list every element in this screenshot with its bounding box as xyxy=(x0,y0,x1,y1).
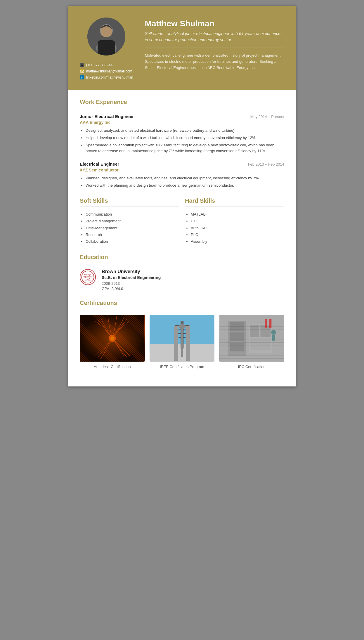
svg-text:📱: 📱 xyxy=(80,63,84,67)
job-title-1: Junior Electrical Engineer xyxy=(80,114,134,119)
cert-label-3: IPC Certification xyxy=(238,365,266,369)
cert-image-3 xyxy=(219,315,284,362)
svg-text:EST 1764: EST 1764 xyxy=(84,279,91,281)
job-bullet-2-2: Worked with the planning and design team… xyxy=(86,183,284,189)
job-dates-2: Feb 2013 – Feb 2014 xyxy=(248,162,284,166)
soft-skills-list: Communication Project Management Time-Ma… xyxy=(80,211,179,245)
candidate-bio: Motivated electrical engineer with a dem… xyxy=(145,53,284,71)
phone-icon: 📱 xyxy=(80,63,84,67)
svg-rect-35 xyxy=(230,332,245,341)
job-bullet-1-1: Designed, analyzed, and tested electrica… xyxy=(86,128,284,134)
soft-skill-5: Collaboration xyxy=(86,238,179,245)
hard-skill-4: PLC xyxy=(191,231,284,238)
cert-item-1: Autodesk Certification xyxy=(80,315,145,369)
certifications-divider xyxy=(80,309,284,309)
job-bullet-2-1: Planned, designed, and evaluated tools, … xyxy=(86,175,284,181)
work-experience-title: Work Experience xyxy=(80,99,284,105)
job-entry-1: Junior Electrical Engineer May 2014 – Pr… xyxy=(80,114,284,154)
svg-rect-44 xyxy=(272,335,275,341)
education-gpa: GPA: 3.9/4.0 xyxy=(102,287,161,291)
candidate-name: Matthew Shulman xyxy=(145,19,284,28)
soft-skills-divider xyxy=(80,207,179,207)
university-name: Brown University xyxy=(102,269,161,274)
university-logo: BROWN UNIVERSITY EST 1764 xyxy=(80,269,96,285)
hard-skill-3: AutoCAD xyxy=(191,225,284,231)
hard-skills-list: MATLAB C++ AutoCAD PLC Assembly xyxy=(185,211,284,245)
hard-skills-divider xyxy=(185,207,284,207)
svg-rect-36 xyxy=(230,343,245,351)
cert-label-1: Autodesk Certification xyxy=(94,365,131,369)
hard-skill-1: MATLAB xyxy=(191,211,284,218)
soft-skill-1: Communication xyxy=(86,211,179,218)
svg-rect-41 xyxy=(265,319,267,328)
svg-rect-38 xyxy=(250,325,259,337)
job-entry-2: Electrical Engineer Feb 2013 – Feb 2014 … xyxy=(80,162,284,189)
hard-skill-2: C++ xyxy=(191,218,284,224)
svg-rect-25 xyxy=(175,325,189,326)
avatar xyxy=(87,18,125,55)
svg-rect-33 xyxy=(228,321,246,356)
contact-info: 📱 (+00)-77-888-999 matthewshulman@gmail.… xyxy=(80,63,133,81)
svg-rect-23 xyxy=(150,344,214,362)
svg-rect-18 xyxy=(80,315,144,362)
svg-rect-9 xyxy=(80,69,84,73)
certifications-section: Certifications xyxy=(80,300,284,369)
soft-skill-2: Project Management xyxy=(86,218,179,224)
soft-skill-4: Research xyxy=(86,231,179,238)
resume-main: Work Experience Junior Electrical Engine… xyxy=(68,90,296,386)
phone-text: (+00)-77-888-999 xyxy=(86,63,114,67)
education-years: 2009-2013 xyxy=(102,281,161,286)
svg-rect-39 xyxy=(261,325,271,337)
svg-text:UNIVERSITY: UNIVERSITY xyxy=(83,276,92,278)
soft-skills-title: Soft Skills xyxy=(80,197,179,204)
education-details: Brown University Sc.B. in Electrical Eng… xyxy=(102,269,161,291)
job-company-2: XYZ Semiconductor xyxy=(80,168,284,172)
header-divider xyxy=(145,48,284,48)
job-bullets-1: Designed, analyzed, and tested electrica… xyxy=(80,128,284,154)
svg-point-19 xyxy=(109,335,116,342)
certifications-grid: Autodesk Certification xyxy=(80,315,284,369)
svg-rect-28 xyxy=(178,337,186,338)
email-contact: matthewshulman@gmail.com xyxy=(80,69,133,74)
svg-text:in: in xyxy=(81,76,83,79)
svg-rect-22 xyxy=(150,315,214,344)
job-title-2: Electrical Engineer xyxy=(80,162,119,166)
cert-item-3: IPC Certification xyxy=(219,315,284,369)
linkedin-text: linkedin.com/matthewshulman xyxy=(86,75,133,79)
svg-point-5 xyxy=(101,30,112,37)
svg-point-30 xyxy=(174,329,178,332)
job-company-1: AAA Energy Inc. xyxy=(80,120,284,125)
header-right-column: Matthew Shulman Self-starter, analytical… xyxy=(145,18,284,71)
hard-skills-title: Hard Skills xyxy=(185,197,284,204)
skills-section: Soft Skills Communication Project Manage… xyxy=(80,197,284,245)
svg-point-31 xyxy=(186,329,190,332)
resume-container: 📱 (+00)-77-888-999 matthewshulman@gmail.… xyxy=(68,6,296,386)
linkedin-contact: in linkedin.com/matthewshulman xyxy=(80,75,133,80)
svg-rect-6 xyxy=(98,40,115,55)
cert-image-2 xyxy=(150,315,215,362)
job-bullet-1-3: Spearheaded a collaboration project with… xyxy=(86,142,284,155)
hard-skills-column: Hard Skills MATLAB C++ AutoCAD PLC Assem… xyxy=(185,197,284,245)
phone-contact: 📱 (+00)-77-888-999 xyxy=(80,63,133,67)
email-icon xyxy=(80,69,84,74)
svg-rect-27 xyxy=(178,333,186,334)
job-bullets-2: Planned, designed, and evaluated tools, … xyxy=(80,175,284,189)
svg-rect-42 xyxy=(269,319,272,328)
work-experience-section: Work Experience Junior Electrical Engine… xyxy=(80,99,284,189)
soft-skills-column: Soft Skills Communication Project Manage… xyxy=(80,197,179,245)
svg-point-20 xyxy=(110,337,114,340)
resume-header: 📱 (+00)-77-888-999 matthewshulman@gmail.… xyxy=(68,6,296,90)
svg-rect-24 xyxy=(181,321,183,348)
svg-rect-40 xyxy=(250,338,271,350)
work-experience-divider xyxy=(80,108,284,108)
svg-rect-32 xyxy=(220,315,284,362)
education-title: Education xyxy=(80,254,284,261)
linkedin-icon: in xyxy=(80,75,84,80)
soft-skill-3: Time-Management xyxy=(86,225,179,231)
svg-rect-37 xyxy=(249,324,272,353)
cert-label-2: IEEE Certificates Program xyxy=(160,365,204,369)
cert-item-2: IEEE Certificates Program xyxy=(150,315,215,369)
education-divider xyxy=(80,263,284,263)
svg-rect-34 xyxy=(230,322,245,331)
education-entry: BROWN UNIVERSITY EST 1764 Brown Universi… xyxy=(80,269,284,291)
